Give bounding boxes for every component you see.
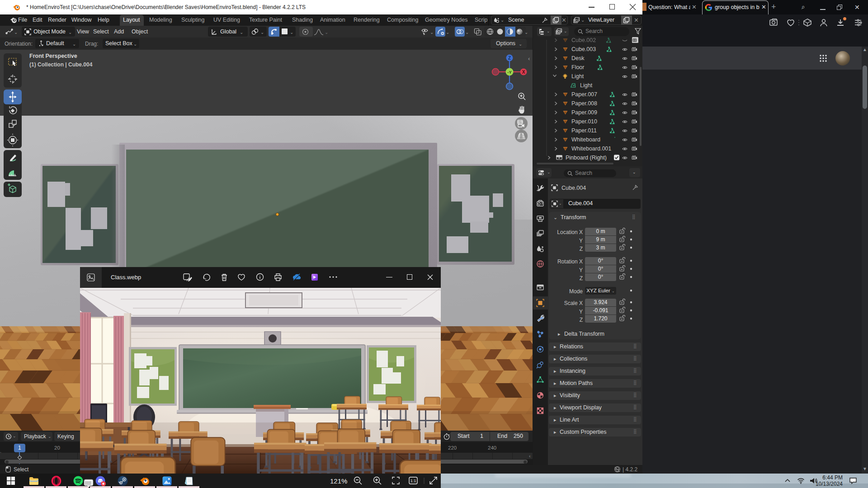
svg-text:Floor: Floor bbox=[571, 64, 584, 70]
svg-text:Paper.009: Paper.009 bbox=[571, 109, 597, 116]
svg-text:Pinboard (Right): Pinboard (Right) bbox=[566, 155, 607, 161]
svg-text:Paper.010: Paper.010 bbox=[571, 118, 597, 125]
svg-text:-Y: -Y bbox=[507, 70, 512, 75]
svg-text:Paper.007: Paper.007 bbox=[571, 91, 597, 98]
svg-text:Whiteboard.001: Whiteboard.001 bbox=[571, 145, 611, 152]
svg-text:Whiteboard: Whiteboard bbox=[571, 136, 600, 143]
svg-text:Light: Light bbox=[571, 73, 584, 80]
svg-text:Cube.002: Cube.002 bbox=[571, 37, 596, 43]
svg-text:Light: Light bbox=[580, 82, 593, 89]
svg-text:X: X bbox=[522, 70, 525, 75]
svg-text:Desk: Desk bbox=[571, 55, 585, 61]
svg-text:Z: Z bbox=[508, 56, 511, 61]
svg-text:Paper.008: Paper.008 bbox=[571, 100, 597, 107]
svg-text:Cube.003: Cube.003 bbox=[571, 46, 596, 52]
svg-text:Paper.011: Paper.011 bbox=[571, 127, 597, 134]
